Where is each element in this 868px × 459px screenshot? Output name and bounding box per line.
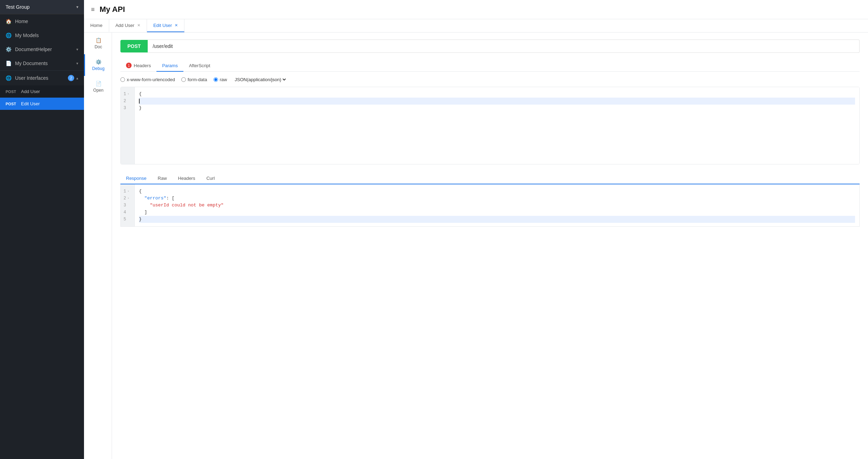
open-label: Open: [93, 88, 103, 93]
response-tab-response[interactable]: Response: [120, 173, 152, 184]
response-tab-response-label: Response: [126, 176, 147, 181]
code-editor-body: 1 ▾ 2 3 { }: [121, 87, 859, 164]
content-left-panel: 📋 Doc ⚙️ Debug 📄 Open: [84, 33, 112, 459]
document-icon: 📄: [6, 61, 12, 66]
globe-icon: 🌐: [6, 33, 12, 38]
main-area: ≡ My API Home Add User ✕ Edit User ✕ 📋 D…: [84, 0, 868, 459]
sidebar-item-add-user[interactable]: POST Add User: [0, 85, 84, 98]
response-line-numbers: 1 ▾ 2 ▾ 3 4: [121, 184, 135, 226]
response-code-content: { "errors": [ "userId could not be empty…: [135, 184, 859, 226]
chevron-down-icon: ▾: [76, 5, 78, 9]
sidebar-nav: 🏠 Home 🌐 My Models ⚙️ DocumentHelper ▾ 📄…: [0, 14, 84, 70]
user-interfaces-section: 🌐 User Interfaces 2 ▴ POST Add User POST…: [0, 70, 84, 110]
edit-user-method-badge: POST: [6, 102, 18, 106]
resp-code-line-4: ]: [139, 209, 855, 216]
sidebar-item-my-documents-label: My Documents: [15, 61, 48, 66]
headers-badge: 1: [126, 63, 132, 68]
line-num-2: 2: [124, 98, 132, 105]
resp-line-num-3: 3: [124, 202, 132, 209]
resp-arrow-icon-1: ▾: [127, 188, 129, 195]
debug-icon: ⚙️: [96, 59, 102, 65]
content-left-open[interactable]: 📄 Open: [84, 76, 112, 98]
home-icon: 🏠: [6, 19, 12, 24]
body-type-raw[interactable]: raw: [214, 77, 227, 82]
code-line-2: [139, 98, 855, 105]
tab-edit-user-close[interactable]: ✕: [175, 23, 178, 28]
method-url-bar: POST: [120, 40, 860, 53]
formdata-radio[interactable]: [181, 77, 186, 82]
response-tab-curl-label: Curl: [206, 176, 215, 181]
group-selector[interactable]: Test Group ▾: [0, 0, 84, 14]
body-type-urlencoded[interactable]: x-www-form-urlencoded: [120, 77, 175, 82]
tab-home-label: Home: [90, 23, 103, 28]
json-type-select[interactable]: JSON(application/json): [233, 77, 287, 83]
sidebar-item-home[interactable]: 🏠 Home: [0, 14, 84, 28]
content-left-debug[interactable]: ⚙️ Debug: [84, 54, 112, 76]
edit-user-label: Edit User: [21, 101, 40, 106]
response-tab-raw[interactable]: Raw: [152, 173, 173, 184]
sidebar: Test Group ▾ 🏠 Home 🌐 My Models ⚙️ Docum…: [0, 0, 84, 459]
expand-arrow2-icon: ▾: [76, 61, 78, 66]
expand-arrow-icon: ▾: [76, 47, 78, 52]
tab-edit-user[interactable]: Edit User ✕: [147, 19, 184, 32]
urlencoded-radio[interactable]: [120, 77, 125, 82]
tab-home[interactable]: Home: [84, 19, 109, 32]
sub-tab-params[interactable]: Params: [156, 60, 183, 72]
user-interfaces-header[interactable]: 🌐 User Interfaces 2 ▴: [0, 71, 84, 85]
method-button[interactable]: POST: [120, 40, 148, 52]
main-panel: POST 1 Headers Params AfterScript: [112, 33, 868, 459]
tab-edit-user-label: Edit User: [153, 23, 172, 28]
tab-add-user-label: Add User: [115, 23, 134, 28]
response-tabs: Response Raw Headers Curl: [120, 173, 860, 184]
resp-code-line-2: "errors": [: [139, 195, 855, 202]
response-tab-raw-label: Raw: [158, 176, 167, 181]
body-type-formdata[interactable]: form-data: [181, 77, 207, 82]
sub-tab-afterscript[interactable]: AfterScript: [183, 60, 216, 72]
code-line-1: {: [139, 91, 855, 98]
response-tab-headers[interactable]: Headers: [173, 173, 201, 184]
code-line-3: }: [139, 105, 855, 112]
doc-label: Doc: [94, 44, 102, 49]
hamburger-icon[interactable]: ≡: [91, 6, 95, 13]
resp-code-line-5: }: [139, 216, 855, 223]
response-code-editor: 1 ▾ 2 ▾ 3 4: [120, 184, 860, 227]
tab-add-user-close[interactable]: ✕: [137, 23, 140, 28]
sidebar-item-my-documents[interactable]: 📄 My Documents ▾: [0, 56, 84, 70]
resp-line-num-2: 2 ▾: [124, 195, 132, 202]
response-tab-headers-label: Headers: [178, 176, 195, 181]
arrow-icon-1: ▾: [127, 91, 129, 98]
collapse-icon: ▴: [76, 76, 78, 80]
resp-line-num-5: 5: [124, 216, 132, 223]
body-type-bar: x-www-form-urlencoded form-data raw JSON…: [120, 77, 860, 83]
content-left-doc[interactable]: 📋 Doc: [84, 33, 112, 54]
open-icon: 📄: [96, 81, 102, 86]
sidebar-item-edit-user[interactable]: POST Edit User: [0, 98, 84, 110]
debug-label: Debug: [92, 66, 104, 71]
raw-radio[interactable]: [214, 77, 218, 82]
sidebar-item-my-models[interactable]: 🌐 My Models: [0, 28, 84, 42]
globe2-icon: 🌐: [6, 75, 12, 81]
resp-arrow-icon-2: ▾: [127, 195, 129, 202]
main-header: ≡ My API: [84, 0, 868, 19]
sidebar-item-home-label: Home: [15, 19, 28, 24]
resp-code-line-1: {: [139, 188, 855, 195]
sub-tab-headers[interactable]: 1 Headers: [120, 60, 156, 72]
line-num-1: 1 ▾: [124, 91, 132, 98]
tab-add-user[interactable]: Add User ✕: [109, 19, 147, 32]
code-content[interactable]: { }: [135, 87, 859, 164]
line-numbers: 1 ▾ 2 3: [121, 87, 135, 164]
line-num-3: 3: [124, 105, 132, 112]
gear-icon: ⚙️: [6, 47, 12, 52]
group-label: Test Group: [6, 4, 29, 10]
page-title: My API: [100, 5, 125, 14]
url-input[interactable]: [148, 40, 860, 53]
response-tab-curl[interactable]: Curl: [201, 173, 220, 184]
user-interfaces-badge: 2: [68, 75, 74, 81]
code-editor: 1 ▾ 2 3 { }: [120, 87, 860, 164]
params-label: Params: [162, 63, 178, 68]
headers-label: Headers: [134, 63, 151, 68]
sidebar-item-document-helper[interactable]: ⚙️ DocumentHelper ▾: [0, 42, 84, 56]
add-user-label: Add User: [21, 89, 40, 94]
response-code-body: 1 ▾ 2 ▾ 3 4: [121, 184, 859, 226]
response-section: Response Raw Headers Curl: [120, 173, 860, 227]
